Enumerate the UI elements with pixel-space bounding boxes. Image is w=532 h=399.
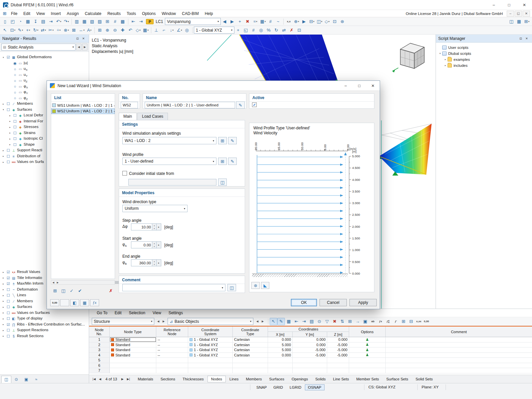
new-wind-load-icon[interactable]: ⊞ [51,287,59,295]
animation-icon[interactable]: ▶ [300,18,308,25]
expander-icon[interactable]: ▸ [1,335,6,337]
expander-icon[interactable]: ▸ [1,318,6,320]
check-icon[interactable]: ☑ [6,276,11,280]
select-pointer-icon[interactable]: ↖ [1,27,9,34]
fullscreen-table-icon[interactable]: ▣ [361,318,369,325]
status-coordinate-system[interactable]: CS: Global XYZ [368,385,395,389]
structure-back-icon[interactable]: ◀ [156,318,161,325]
table-row[interactable]: 5 ♟ [89,358,532,363]
grid-rows-icon[interactable]: ⊟ [407,318,415,325]
menu-item[interactable]: View [33,10,48,17]
visibility-icon[interactable]: ◫▾ [316,18,323,25]
new-analysis-settings-button[interactable]: ⊞ [218,137,227,144]
script-tree-item[interactable]: ▾ Dlubal scripts [436,51,532,57]
no-field[interactable]: WS2 [121,102,138,108]
table-settings-icon[interactable]: ⊞ [400,318,407,325]
imperfections-icon[interactable]: ∠▾ [176,27,183,34]
select-row-icon[interactable]: ↖ [270,318,277,325]
display-properties-icon[interactable]: ◇▾ [323,18,331,25]
previous-table-icon[interactable]: ◀ [97,377,103,381]
check-icon[interactable]: ☐ [6,334,11,338]
browse-initial-state-button[interactable]: ◫ [218,179,227,186]
start-angle-input[interactable]: 0.00 [131,241,152,248]
show-results-icon[interactable]: ≈▾ [251,18,259,25]
structure-forward-icon[interactable]: ▶ [161,318,166,325]
values-on-surfaces-icon[interactable]: x,x [285,18,293,25]
step-angle-step-button[interactable]: ▸ [157,223,161,230]
table-tab[interactable]: Openings [288,376,312,382]
tree-item[interactable]: ○ ▭ uX [0,66,89,72]
rename-button[interactable]: ✎ [236,101,245,109]
table-tab[interactable]: Surface Sets [383,376,412,382]
expander-icon[interactable]: ▸ [8,132,12,134]
check-icon[interactable]: ☐ [6,293,11,298]
graphic-printing-icon[interactable]: ⊞ [104,18,111,25]
check-icon[interactable]: ☐ [6,328,11,332]
import-table-icon[interactable]: ⇤ [293,318,300,325]
result-tables-icon[interactable]: ▦▾ [259,18,267,25]
zoom-window-icon[interactable]: ⊞ [96,27,104,34]
expander-icon[interactable]: ▸ [1,271,6,274]
expander-icon[interactable]: ▾ [438,52,442,55]
grid-icon[interactable]: # [250,27,257,34]
table-view-icon[interactable]: ▦ [285,318,293,325]
last-table-icon[interactable]: ▶| [125,377,131,381]
dialog-close-button[interactable]: ✕ [366,81,380,90]
new-model-icon[interactable]: ▯ [1,18,9,25]
coordinate-system-icon[interactable]: + [234,27,242,34]
table-row[interactable]: 1 Standard -- 1 - Global XYZ Cartesian 0… [89,337,532,342]
wind-direction-combo[interactable]: Uniform ▾ [122,205,188,212]
undo-icon[interactable]: ↶▾ [55,18,63,25]
print-icon[interactable]: ▤ [40,18,47,25]
dialog-tab[interactable]: Load Cases [137,113,168,120]
tables-toggle-icon[interactable]: ▦ [515,18,523,25]
dialog-tab[interactable]: Main [119,113,137,120]
edit-load-cases-icon[interactable]: + [236,18,244,25]
chart-settings-button[interactable]: ⊛ [251,282,260,289]
expander-icon[interactable]: ▸ [8,138,12,140]
expander-icon[interactable]: ▸ [1,149,6,152]
expander-icon[interactable]: ▸ [1,300,6,303]
cancel-icon[interactable]: ✗ [288,27,296,34]
annotation-icon[interactable]: A▾ [85,27,93,34]
check-icon[interactable]: ☐ [12,131,18,135]
next-load-case-icon[interactable]: ▶ [228,18,236,25]
delete-results-icon[interactable]: ✖ [244,18,251,25]
check-icon[interactable]: ○ [12,67,18,71]
ok-button[interactable]: OK [291,299,317,306]
initial-state-field[interactable] [128,179,216,186]
check-icon[interactable]: ○ [12,90,18,94]
nav-back-icon[interactable]: ◀ [76,44,81,51]
menu-item[interactable]: Assign [64,10,82,17]
menu-item[interactable]: Edit [20,10,33,17]
edit-analysis-settings-button[interactable]: ✎ [228,137,237,144]
cloud-icon[interactable]: ◔ [17,18,24,25]
dimensions-icon[interactable]: ↔▾ [78,27,85,34]
check-icon[interactable]: ☐ [12,113,18,118]
views-tab-icon[interactable]: ▣ [21,376,31,383]
menu-item[interactable]: Help [202,10,216,17]
charts-tab-icon[interactable]: ≈ [31,376,41,383]
grid-toggle[interactable]: GRID [270,384,286,390]
tables-icon[interactable]: ▦ [81,18,88,25]
table-tab[interactable]: Nodes [207,376,226,382]
status-work-plane[interactable]: Plane: XY [422,385,439,389]
expander-icon[interactable]: ▸ [8,126,12,129]
step-angle-input[interactable]: 10.00 [131,223,152,230]
layout-icon[interactable]: ⊞▾ [523,18,531,25]
coordinate-system-combo[interactable]: 1 - Global XYZ ▾ [194,27,234,34]
tree-item[interactable]: ▸ ☑ ∏ Ribs - Effective Contribution on S… [0,322,89,328]
table-menu-item[interactable]: Edit [111,311,125,315]
check-icon[interactable]: ☐ [12,119,18,124]
expander-icon[interactable]: ▸ [443,58,448,61]
table-menu-item[interactable]: Selection [125,311,149,315]
result-values-icon[interactable]: # [267,18,274,25]
active-checkbox[interactable]: ✓ [252,102,257,107]
objects-back-icon[interactable]: ◀ [255,318,260,325]
export-icon[interactable]: ⇥ [47,18,55,25]
step-angle-spinner[interactable]: ▴▾ [152,223,157,230]
menu-item[interactable]: File [8,10,20,17]
tree-item[interactable]: ▾ ☑ ▦ Global Deformations [0,55,89,61]
divide-icon[interactable]: ÷▾ [55,27,63,34]
initial-state-checkbox[interactable] [122,171,127,176]
